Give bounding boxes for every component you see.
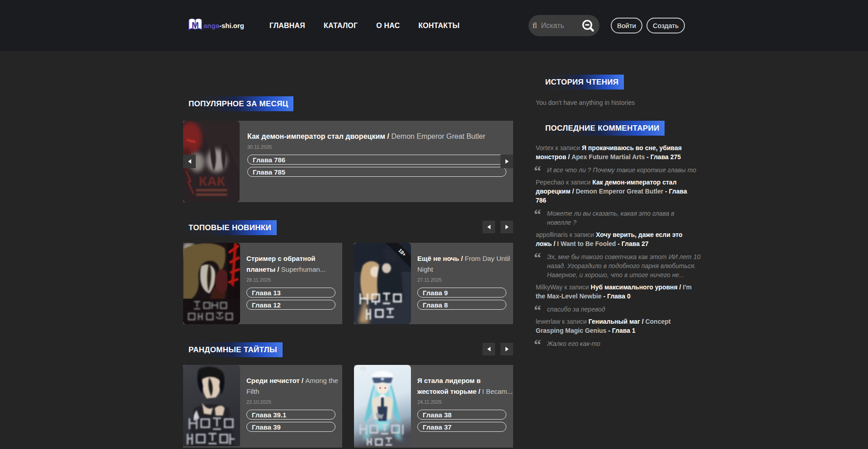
svg-text:КАК: КАК <box>199 174 226 189</box>
svg-text:M: M <box>192 20 199 30</box>
